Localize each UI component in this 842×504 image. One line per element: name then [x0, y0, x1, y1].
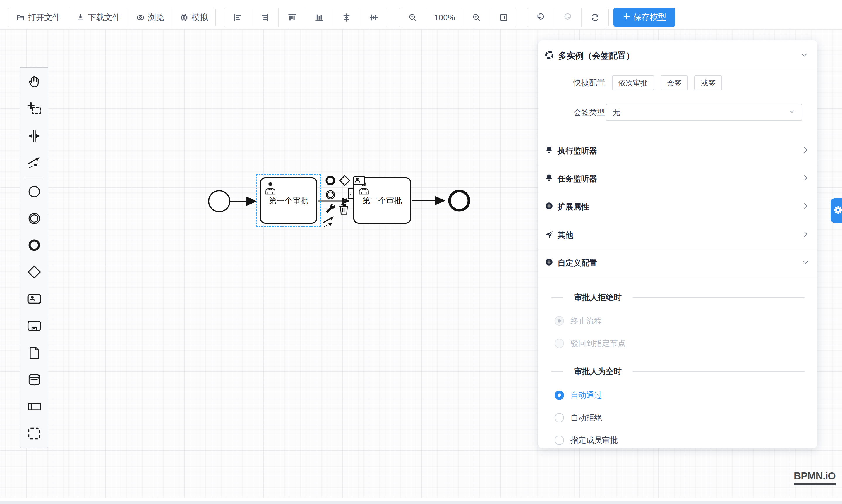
- connect-arrows-icon: [321, 215, 336, 231]
- section-task-listeners[interactable]: 任务监听器: [545, 165, 810, 193]
- contextpad-connect[interactable]: [322, 216, 335, 229]
- user-icon: [264, 181, 277, 197]
- section-extended-properties[interactable]: 扩展属性: [545, 193, 810, 221]
- radio-label: 终止流程: [571, 316, 602, 326]
- section-other[interactable]: 其他: [545, 221, 810, 249]
- panel-header[interactable]: 多实例（会签配置）: [545, 48, 809, 64]
- divider: [538, 68, 818, 69]
- section-label: 任务监听器: [558, 174, 597, 184]
- chevron-right-icon: [802, 146, 810, 156]
- empty-group-title: 审批人为空时: [551, 364, 805, 379]
- radio-terminate-process[interactable]: 终止流程: [555, 316, 602, 326]
- bpmn-io-logo[interactable]: BPMN.iO: [794, 470, 836, 485]
- contextpad-append-text-annotation[interactable]: [345, 187, 358, 201]
- bottom-scrollbar-track[interactable]: [0, 501, 842, 504]
- send-icon: [545, 230, 554, 241]
- quick-option-countersign[interactable]: 会签: [661, 75, 688, 90]
- radio-label: 自动拒绝: [571, 412, 602, 423]
- trash-icon: [338, 203, 350, 217]
- radio-icon: [555, 435, 564, 445]
- radio-auto-reject[interactable]: 自动拒绝: [555, 413, 602, 422]
- settings-edge-tab[interactable]: [830, 198, 842, 223]
- bpmn-modeler-app: 打开文件 下载文件 浏览 模拟: [0, 0, 842, 504]
- sign-type-select[interactable]: 无: [606, 104, 802, 121]
- quick-option-sequential[interactable]: 依次审批: [612, 75, 654, 90]
- plus-circle-icon: [545, 258, 554, 269]
- section-label: 扩展属性: [558, 201, 589, 212]
- section-label: 自定义配置: [558, 258, 597, 268]
- radio-assign-member[interactable]: 指定成员审批: [555, 435, 618, 445]
- reject-title-text: 审批人拒绝时: [574, 292, 621, 303]
- user-task-icon: [352, 174, 366, 188]
- contextpad-append-gateway[interactable]: [338, 174, 351, 188]
- bell-icon: [545, 146, 554, 157]
- empty-title-text: 审批人为空时: [574, 366, 621, 377]
- end-event[interactable]: [450, 191, 469, 210]
- sign-type-value: 无: [612, 107, 788, 118]
- panel-title: 多实例（会签配置）: [558, 50, 796, 62]
- reject-group-title: 审批人拒绝时: [551, 290, 805, 305]
- section-label: 执行监听器: [558, 146, 597, 156]
- quick-config-row: 快捷配置 依次审批 会签 或签: [545, 76, 809, 90]
- plus-circle-icon: [545, 201, 554, 212]
- multi-instance-icon: [545, 50, 554, 62]
- radio-return-to-node[interactable]: 驳回到指定节点: [555, 339, 626, 348]
- radio-label: 驳回到指定节点: [571, 338, 626, 349]
- radio-label: 指定成员审批: [571, 435, 618, 446]
- bell-icon: [545, 174, 554, 184]
- radio-icon: [555, 339, 564, 348]
- contextpad-append-user-task[interactable]: [352, 174, 366, 188]
- section-execution-listeners[interactable]: 执行监听器: [545, 137, 810, 165]
- intermediate-event-icon: [324, 189, 337, 202]
- chevron-down-icon: [788, 108, 796, 117]
- contextpad-append-intermediate-event[interactable]: [324, 189, 337, 202]
- radio-icon: [555, 413, 564, 422]
- gear-icon: [833, 205, 842, 216]
- chevron-right-icon: [802, 230, 810, 240]
- radio-icon: [555, 316, 564, 326]
- divider: [538, 277, 818, 277]
- divider: [538, 129, 818, 129]
- radio-label: 自动通过: [571, 390, 602, 400]
- chevron-right-icon: [802, 202, 810, 212]
- end-event-icon: [324, 174, 337, 188]
- chevron-down-icon: [800, 51, 809, 61]
- contextpad-append-end-event[interactable]: [324, 174, 337, 188]
- radio-auto-approve[interactable]: 自动通过: [555, 391, 602, 400]
- properties-panel: 多实例（会签配置） 快捷配置 依次审批 会签 或签 会签类型 无: [538, 40, 818, 448]
- chevron-down-icon: [802, 258, 810, 268]
- contextpad-delete[interactable]: [337, 203, 351, 216]
- quick-config-label: 快捷配置: [545, 77, 605, 88]
- quick-option-orsign[interactable]: 或签: [695, 75, 722, 90]
- task-first-approval[interactable]: 第一个审批: [260, 177, 317, 224]
- chevron-right-icon: [802, 174, 810, 184]
- text-annotation-icon: [346, 187, 357, 201]
- radio-icon: [555, 391, 564, 400]
- section-label: 其他: [558, 230, 573, 240]
- gateway-icon: [338, 174, 351, 188]
- start-event[interactable]: [209, 191, 230, 212]
- sign-type-label: 会签类型: [545, 107, 605, 118]
- section-custom-config[interactable]: 自定义配置: [545, 249, 810, 277]
